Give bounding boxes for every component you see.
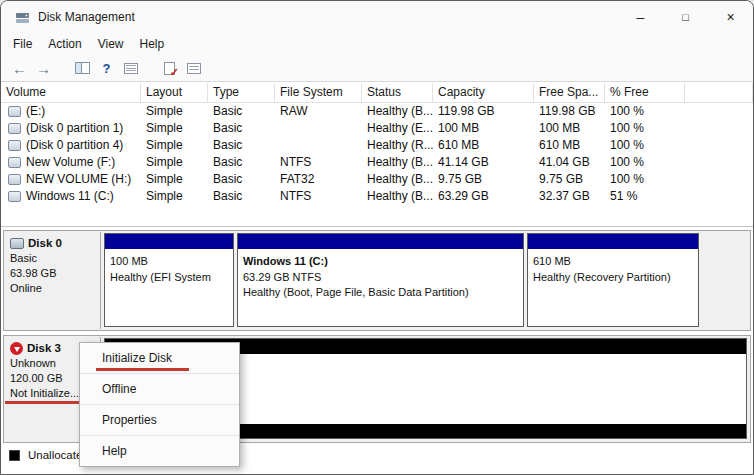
cell-capacity: 63.29 GB	[433, 188, 534, 205]
menu-file[interactable]: File	[5, 35, 40, 53]
back-arrow-icon[interactable]: ←	[9, 58, 30, 79]
cell-file-system: NTFS	[275, 188, 362, 205]
partition-color-strip	[238, 234, 523, 249]
annotation-underline-not-initialized	[5, 401, 79, 404]
column-header-file-system[interactable]: File System	[275, 83, 362, 102]
volume-icon	[8, 157, 21, 168]
partition-status: Healthy (EFI System	[110, 270, 228, 286]
close-button[interactable]: ×	[708, 1, 753, 33]
volume-icon	[8, 123, 21, 134]
context-menu: Initialize Disk Offline Properties Help	[79, 342, 240, 467]
cell-status: Healthy (B...	[362, 154, 433, 171]
menubar: File Action View Help	[1, 33, 753, 55]
doc-check-glyph: ✓	[164, 62, 175, 75]
column-header-pct-free[interactable]: % Free	[605, 83, 685, 102]
cell-filler	[685, 188, 753, 205]
cell-volume: NEW VOLUME (H:)	[26, 171, 131, 188]
minimize-button[interactable]: –	[618, 1, 663, 33]
list-panel-glyph	[187, 63, 201, 74]
disk0-header[interactable]: Disk 0 Basic 63.98 GB Online	[5, 232, 101, 329]
partition-size: 610 MB	[533, 254, 693, 270]
cell-filler	[685, 120, 753, 137]
partition-size: 100 MB	[110, 254, 228, 270]
column-header-volume[interactable]: Volume	[1, 83, 141, 102]
column-header-free-space[interactable]: Free Spa...	[534, 83, 605, 102]
partition-title: Windows 11 (C:)	[243, 254, 518, 270]
menu-view[interactable]: View	[90, 35, 132, 53]
partition-color-strip	[105, 234, 233, 249]
app-icon[interactable]	[15, 10, 30, 25]
column-header-status[interactable]: Status	[362, 83, 433, 102]
cell-layout: Simple	[141, 188, 208, 205]
cell-status: Healthy (B...	[362, 103, 433, 120]
window-title: Disk Management	[38, 10, 135, 24]
cell-volume: Windows 11 (C:)	[26, 188, 114, 205]
cell-layout: Simple	[141, 103, 208, 120]
volume-row[interactable]: Windows 11 (C:) Simple Basic NTFS Health…	[1, 188, 753, 205]
disk0-kind: Basic	[10, 251, 100, 266]
window-controls: – □ ×	[618, 1, 753, 33]
cell-free-space: 32.37 GB	[534, 188, 605, 205]
menu-help[interactable]: Help	[132, 35, 173, 53]
volume-row[interactable]: (Disk 0 partition 4) Simple Basic Health…	[1, 137, 753, 154]
disk-error-icon	[10, 342, 23, 355]
cell-status: Healthy (B...	[362, 171, 433, 188]
cell-capacity: 9.75 GB	[433, 171, 534, 188]
volume-icon	[8, 106, 21, 117]
export-list-icon[interactable]	[120, 58, 141, 79]
disk3-name: Disk 3	[27, 341, 61, 356]
partition-size: 63.29 GB NTFS	[243, 270, 518, 286]
disk-icon	[10, 238, 24, 249]
cell-type: Basic	[208, 171, 275, 188]
menu-action[interactable]: Action	[40, 35, 89, 53]
forward-arrow-icon[interactable]: →	[33, 58, 54, 79]
volume-row[interactable]: New Volume (F:) Simple Basic NTFS Health…	[1, 154, 753, 171]
context-item-properties[interactable]: Properties	[80, 405, 239, 435]
partition-recovery[interactable]: 610 MB Healthy (Recovery Partition)	[527, 233, 699, 327]
volume-icon	[8, 191, 21, 202]
cell-type: Basic	[208, 103, 275, 120]
volume-list-header: Volume Layout Type File System Status Ca…	[1, 83, 753, 103]
toolbar: ← → ? ✓	[1, 55, 753, 82]
cell-status: Healthy (R...	[362, 137, 433, 154]
disk0-partitions: 100 MB Healthy (EFI System Windows 11 (C…	[104, 233, 747, 327]
cell-file-system: NTFS	[275, 154, 362, 171]
volume-row[interactable]: (E:) Simple Basic RAW Healthy (B... 119.…	[1, 103, 753, 120]
console-tree-icon[interactable]	[72, 58, 93, 79]
doc-check-icon[interactable]: ✓	[159, 58, 180, 79]
cell-pct-free: 51 %	[605, 188, 685, 205]
partition-color-strip	[528, 234, 698, 249]
titlebar: Disk Management – □ ×	[1, 1, 753, 33]
cell-layout: Simple	[141, 171, 208, 188]
export-list-glyph	[124, 63, 138, 74]
disk0-status: Online	[10, 281, 100, 296]
cell-file-system: FAT32	[275, 171, 362, 188]
cell-free-space: 9.75 GB	[534, 171, 605, 188]
cell-layout: Simple	[141, 154, 208, 171]
partition-windows-c[interactable]: Windows 11 (C:) 63.29 GB NTFS Healthy (B…	[237, 233, 524, 327]
help-icon[interactable]: ?	[96, 58, 117, 79]
partition-status: Healthy (Boot, Page File, Basic Data Par…	[243, 285, 518, 301]
disk0-size: 63.98 GB	[10, 266, 100, 281]
volume-icon	[8, 140, 21, 151]
cell-file-system	[275, 137, 362, 154]
cell-free-space: 610 MB	[534, 137, 605, 154]
context-item-help[interactable]: Help	[80, 436, 239, 466]
cell-pct-free: 100 %	[605, 137, 685, 154]
context-item-offline[interactable]: Offline	[80, 374, 239, 404]
volume-icon	[8, 174, 21, 185]
column-header-layout[interactable]: Layout	[141, 83, 208, 102]
list-panel-icon[interactable]	[183, 58, 204, 79]
column-header-capacity[interactable]: Capacity	[433, 83, 534, 102]
cell-capacity: 100 MB	[433, 120, 534, 137]
cell-type: Basic	[208, 137, 275, 154]
cell-capacity: 119.98 GB	[433, 103, 534, 120]
volume-row[interactable]: NEW VOLUME (H:) Simple Basic FAT32 Healt…	[1, 171, 753, 188]
disk0-graphic-row: Disk 0 Basic 63.98 GB Online 100 MB Heal…	[3, 230, 751, 331]
cell-layout: Simple	[141, 120, 208, 137]
partition-efi[interactable]: 100 MB Healthy (EFI System	[104, 233, 234, 327]
column-header-type[interactable]: Type	[208, 83, 275, 102]
volume-row[interactable]: (Disk 0 partition 1) Simple Basic Health…	[1, 120, 753, 137]
cell-filler	[685, 171, 753, 188]
maximize-button[interactable]: □	[663, 1, 708, 33]
